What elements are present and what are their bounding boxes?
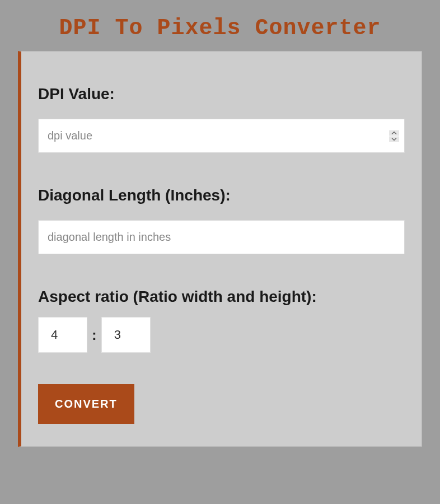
page-title: DPI To Pixels Converter: [0, 0, 440, 51]
aspect-width-input[interactable]: [38, 317, 87, 353]
chevron-up-icon: [391, 131, 397, 134]
aspect-ratio-field-group: Aspect ratio (Ratio width and height): :: [38, 288, 405, 353]
diagonal-field-group: Diagonal Length (Inches):: [38, 186, 405, 254]
dpi-input-wrapper: [38, 119, 405, 153]
aspect-height-input[interactable]: [101, 317, 151, 353]
diagonal-label: Diagonal Length (Inches):: [38, 186, 405, 204]
chevron-down-icon: [391, 137, 397, 141]
dpi-input[interactable]: [38, 119, 405, 153]
dpi-step-down-button[interactable]: [389, 136, 399, 142]
dpi-stepper: [389, 130, 399, 142]
convert-button[interactable]: CONVERT: [38, 384, 134, 424]
aspect-ratio-row: :: [38, 317, 405, 353]
diagonal-input[interactable]: [38, 220, 405, 254]
dpi-field-group: DPI Value:: [38, 85, 405, 153]
aspect-ratio-separator: :: [92, 326, 97, 344]
dpi-label: DPI Value:: [38, 85, 405, 103]
aspect-ratio-label: Aspect ratio (Ratio width and height):: [38, 288, 405, 306]
dpi-step-up-button[interactable]: [389, 130, 399, 136]
converter-form: DPI Value: Diagonal Length (Inches): Asp…: [18, 51, 422, 447]
